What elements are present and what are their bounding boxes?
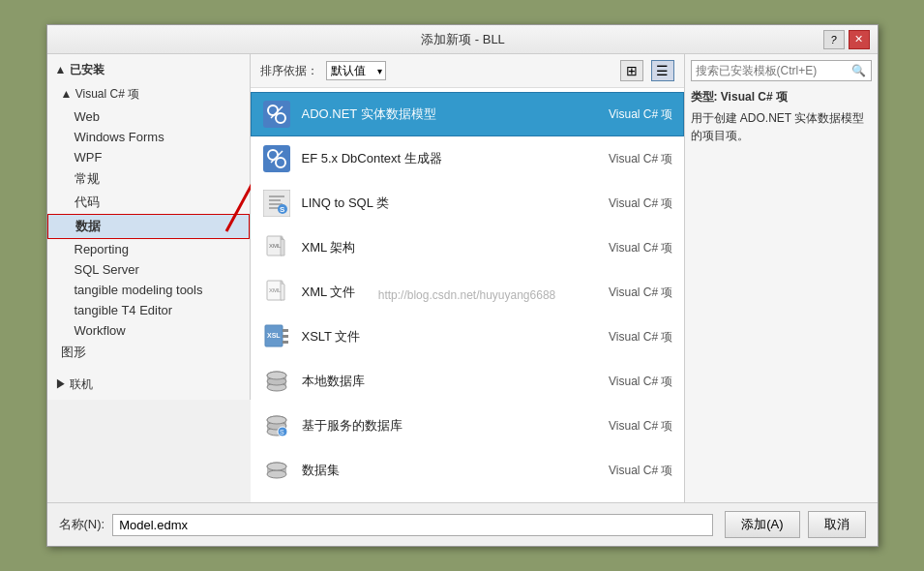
cancel-button[interactable]: 取消	[808, 511, 866, 538]
installed-header: ▲ 已安装	[47, 58, 250, 82]
svg-point-34	[267, 372, 286, 379]
ado-net-label: ADO.NET 实体数据模型	[302, 105, 577, 123]
tree-item-graphics[interactable]: 图形	[47, 341, 250, 364]
ef5-icon	[261, 143, 292, 174]
dataset-label: 数据集	[302, 462, 577, 479]
xml-schema-category: Visual C# 项	[577, 240, 673, 256]
center-toolbar: 排序依据： 默认值 ⊞ ☰	[251, 54, 684, 88]
filename-input[interactable]	[112, 514, 713, 536]
svg-rect-29	[283, 341, 288, 344]
xml-file-category: Visual C# 项	[577, 285, 673, 301]
local-db-icon	[261, 366, 292, 397]
tree-item-sqlserver[interactable]: SQL Server	[47, 259, 250, 280]
add-new-item-dialog: 添加新项 - BLL ? ✕ ▲ 已安装 ▲ Visual C# 项 Web W…	[46, 24, 879, 547]
item-service-db[interactable]: S 基于服务的数据库 Visual C# 项	[251, 404, 684, 448]
xslt-icon: XSL	[261, 321, 292, 352]
item-linq[interactable]: S LINQ to SQL 类 Visual C# 项	[251, 181, 684, 225]
xml-file-icon: XML	[261, 277, 292, 308]
xml-schema-label: XML 架构	[302, 239, 577, 256]
svg-text:XML: XML	[269, 243, 282, 249]
items-list: ADO.NET 实体数据模型 Visual C# 项	[251, 88, 684, 502]
service-db-icon: S	[261, 410, 292, 441]
tree-item-tangible-t4[interactable]: tangible T4 Editor	[47, 300, 250, 320]
dialog-title: 添加新项 - BLL	[104, 31, 823, 48]
dataset-icon	[261, 455, 292, 486]
svg-point-45	[267, 463, 286, 470]
right-panel: 🔍 类型: Visual C# 项 用于创建 ADO.NET 实体数据模型的项目…	[684, 54, 878, 502]
tree-item-online[interactable]: ▶ 联机	[47, 374, 250, 396]
tree-item-tangible-modeling[interactable]: tangible modeling tools	[47, 280, 250, 300]
svg-rect-11	[269, 195, 284, 197]
search-box: 🔍	[691, 60, 872, 81]
svg-text:XSL: XSL	[267, 332, 281, 339]
title-bar: 添加新项 - BLL ? ✕	[47, 25, 878, 54]
grid-view-btn[interactable]: ⊞	[620, 60, 643, 81]
description: 用于创建 ADO.NET 实体数据模型的项目项。	[691, 109, 872, 144]
ef5-category: Visual C# 项	[577, 151, 673, 167]
linq-label: LINQ to SQL 类	[302, 195, 577, 212]
item-xslt[interactable]: XSL XSLT 文件 Visual C# 项	[251, 315, 684, 359]
bottom-bar: 名称(N): 添加(A) 取消	[47, 502, 878, 546]
svg-rect-14	[269, 207, 279, 209]
visual-cs-header: ▲ Visual C# 项	[47, 82, 250, 106]
item-xml-schema[interactable]: XML XML 架构 Visual C# 项	[251, 225, 684, 270]
tree-item-data[interactable]: 数据	[47, 214, 250, 239]
item-local-db[interactable]: 本地数据库 Visual C# 项	[251, 359, 684, 404]
close-button[interactable]: ✕	[849, 30, 870, 49]
service-db-label: 基于服务的数据库	[302, 417, 577, 435]
local-db-label: 本地数据库	[302, 373, 577, 390]
svg-rect-28	[283, 335, 288, 338]
svg-text:XML: XML	[269, 287, 282, 293]
ado-net-icon	[261, 99, 292, 130]
item-ef5[interactable]: EF 5.x DbContext 生成器 Visual C# 项	[251, 136, 684, 181]
xml-file-label: XML 文件	[302, 284, 577, 301]
sort-label: 排序依据：	[260, 63, 318, 79]
service-db-category: Visual C# 项	[577, 418, 673, 435]
tree-item-reporting[interactable]: Reporting	[47, 239, 250, 259]
svg-text:S: S	[280, 205, 285, 214]
svg-text:S: S	[280, 429, 284, 436]
svg-point-44	[267, 470, 286, 478]
type-label: 类型: Visual C# 项	[691, 89, 872, 105]
xslt-label: XSLT 文件	[302, 328, 577, 346]
xml-schema-icon: XML	[261, 232, 292, 263]
svg-point-39	[267, 416, 286, 424]
sort-select[interactable]: 默认值	[326, 61, 386, 80]
left-panel: ▲ 已安装 ▲ Visual C# 项 Web Windows Forms WP…	[47, 54, 251, 502]
item-xml-file[interactable]: XML XML 文件 Visual C# 项	[251, 270, 684, 315]
tree-item-wpf[interactable]: WPF	[47, 147, 250, 167]
tree-item-web[interactable]: Web	[47, 106, 250, 127]
list-view-btn[interactable]: ☰	[651, 60, 674, 81]
svg-rect-27	[283, 329, 288, 332]
center-panel: 排序依据： 默认值 ⊞ ☰	[251, 54, 684, 502]
tree-item-code[interactable]: 代码	[47, 191, 250, 214]
item-dataset[interactable]: 数据集 Visual C# 项	[251, 448, 684, 493]
local-db-category: Visual C# 项	[577, 374, 673, 390]
svg-rect-12	[269, 199, 281, 201]
ef5-label: EF 5.x DbContext 生成器	[302, 150, 577, 167]
ado-net-category: Visual C# 项	[577, 106, 673, 123]
search-input[interactable]	[692, 61, 847, 80]
item-ado-net[interactable]: ADO.NET 实体数据模型 Visual C# 项	[251, 92, 684, 136]
title-controls: ? ✕	[823, 30, 870, 49]
linq-icon: S	[261, 188, 292, 219]
dataset-category: Visual C# 项	[577, 463, 673, 479]
help-button[interactable]: ?	[823, 30, 845, 49]
search-icon[interactable]: 🔍	[847, 61, 871, 80]
tree-item-workflow[interactable]: Workflow	[47, 320, 250, 341]
name-label: 名称(N):	[59, 516, 105, 533]
tree-item-winforms[interactable]: Windows Forms	[47, 127, 250, 147]
xslt-category: Visual C# 项	[577, 329, 673, 346]
linq-category: Visual C# 项	[577, 195, 673, 212]
main-content: ▲ 已安装 ▲ Visual C# 项 Web Windows Forms WP…	[47, 54, 878, 502]
tree-item-normal[interactable]: 常规	[47, 167, 250, 191]
bottom-buttons: 添加(A) 取消	[725, 511, 865, 538]
sort-select-wrapper: 默认值	[326, 61, 386, 80]
add-button[interactable]: 添加(A)	[725, 511, 799, 538]
